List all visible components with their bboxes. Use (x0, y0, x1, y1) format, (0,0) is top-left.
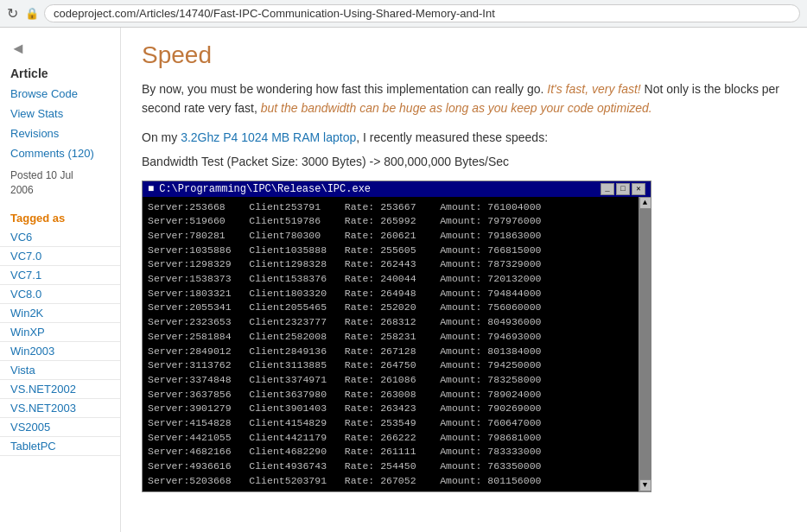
console-line: Server:2849012 Client2849136 Rate: 26712… (148, 345, 633, 359)
tag-vc71[interactable]: VC7.1 (0, 266, 120, 285)
minimize-button[interactable]: _ (600, 183, 614, 195)
intro-paragraph: By now, you must be wondering how fast t… (142, 79, 786, 118)
console-line: Server:1538373 Client1538376 Rate: 24004… (148, 272, 633, 287)
console-scrollbar[interactable]: ▲ ▼ (639, 197, 651, 491)
tag-vsnet2003[interactable]: VS.NET2003 (0, 399, 120, 418)
tag-vc80[interactable]: VC8.0 (0, 285, 120, 304)
sidebar: ◄ Article Browse Code View Stats Revisio… (0, 28, 121, 532)
console-line: Server:5203668 Client5203791 Rate: 26705… (148, 474, 633, 489)
console-line: Server:2323653 Client2323777 Rate: 26831… (148, 315, 633, 330)
back-arrow: ◄ (0, 36, 120, 61)
console-window: ■ C:\Programming\IPC\Release\IPC.exe _ □… (142, 180, 651, 492)
page-heading: Speed (142, 41, 786, 69)
console-line: Server:1803321 Client1803320 Rate: 26494… (148, 287, 633, 301)
scroll-track (639, 209, 651, 479)
page-layout: ◄ Article Browse Code View Stats Revisio… (0, 28, 807, 532)
browser-bar: ↻ 🔒 (0, 0, 807, 28)
console-line: Server:253668 Client253791 Rate: 253667 … (148, 200, 633, 215)
highlight-fast: It's fast, very fast! (547, 82, 640, 96)
tag-vc70[interactable]: VC7.0 (0, 247, 120, 266)
console-line: Server:780281 Client780300 Rate: 260621 … (148, 229, 633, 244)
nav-comments[interactable]: Comments (120) (0, 143, 120, 163)
console-line: Server:3637856 Client3637980 Rate: 26300… (148, 388, 633, 402)
console-body: Server:253668 Client253791 Rate: 253667 … (143, 197, 639, 491)
nav-revisions[interactable]: Revisions (0, 124, 120, 143)
console-line: Server:2055341 Client2055465 Rate: 25202… (148, 301, 633, 315)
console-line: Server:1035886 Client1035888 Rate: 25560… (148, 244, 633, 258)
scroll-up-button[interactable]: ▲ (639, 197, 651, 209)
console-title-left: ■ C:\Programming\IPC\Release\IPC.exe (148, 183, 371, 195)
console-line: Server:1298329 Client1298328 Rate: 26244… (148, 257, 633, 272)
bandwidth-paragraph: Bandwidth Test (Packet Size: 3000 Bytes)… (142, 155, 786, 168)
measured-paragraph: On my 3.2Ghz P4 1024 MB RAM laptop, I re… (142, 130, 786, 144)
tag-tabletpc[interactable]: TabletPC (0, 437, 120, 456)
tag-win2k[interactable]: Win2K (0, 304, 120, 323)
tag-vista[interactable]: Vista (0, 361, 120, 380)
console-title-text: C:\Programming\IPC\Release\IPC.exe (159, 183, 371, 195)
console-line: Server:4154828 Client4154829 Rate: 25354… (148, 416, 633, 431)
console-scroll-wrapper: Server:253668 Client253791 Rate: 253667 … (143, 197, 651, 491)
console-line: Server:519660 Client519786 Rate: 265992 … (148, 214, 633, 229)
console-icon: ■ (148, 183, 154, 195)
tag-winxp[interactable]: WinXP (0, 323, 120, 342)
highlight-bandwidth: but the bandwidth can be huge as long as… (261, 101, 652, 115)
posted-info: Posted 10 Jul2006 (0, 163, 120, 203)
laptop-link: 3.2Ghz P4 1024 MB RAM laptop (181, 130, 356, 144)
tag-vc6[interactable]: VC6 (0, 228, 120, 247)
nav-browse-code[interactable]: Browse Code (0, 84, 120, 104)
console-line: Server:4682166 Client4682290 Rate: 26111… (148, 445, 633, 459)
main-content: Speed By now, you must be wondering how … (121, 28, 807, 532)
url-bar[interactable] (44, 4, 800, 22)
lock-icon: 🔒 (25, 7, 39, 20)
console-line: Server:3374848 Client3374971 Rate: 26108… (148, 373, 633, 388)
console-line: Server:3901279 Client3901403 Rate: 26342… (148, 402, 633, 416)
refresh-icon[interactable]: ↻ (7, 5, 18, 22)
tag-vsnet2002[interactable]: VS.NET2002 (0, 380, 120, 399)
console-line: Server:3113762 Client3113885 Rate: 26475… (148, 358, 633, 373)
console-line: Server:2581884 Client2582008 Rate: 25823… (148, 330, 633, 345)
nav-view-stats[interactable]: View Stats (0, 104, 120, 124)
scroll-down-button[interactable]: ▼ (639, 479, 651, 491)
article-section-title: Article (0, 61, 120, 84)
window-controls: _ □ ✕ (600, 183, 645, 195)
console-line: Server:4421055 Client4421179 Rate: 26622… (148, 431, 633, 446)
tag-vs2005[interactable]: VS2005 (0, 418, 120, 437)
tag-win2003[interactable]: Win2003 (0, 342, 120, 361)
console-line: Server:4936616 Client4936743 Rate: 25445… (148, 459, 633, 474)
close-button[interactable]: ✕ (632, 183, 645, 195)
restore-button[interactable]: □ (616, 183, 630, 195)
tagged-as-label: Tagged as (0, 203, 120, 228)
console-titlebar: ■ C:\Programming\IPC\Release\IPC.exe _ □… (143, 181, 651, 197)
